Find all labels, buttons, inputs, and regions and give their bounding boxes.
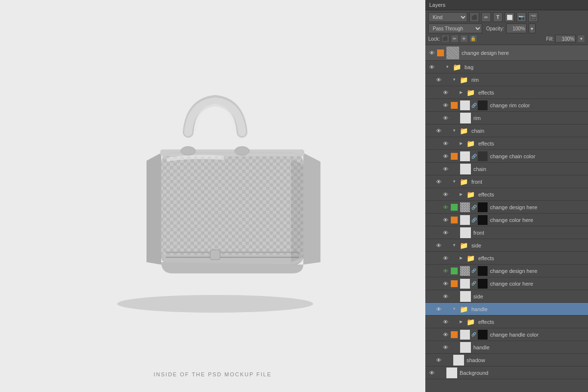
layer-front-folder[interactable]: 👁 ▼ 📁 front xyxy=(425,175,588,188)
expand-21[interactable]: ▶ xyxy=(459,319,464,324)
expand-1[interactable]: ▼ xyxy=(445,65,450,70)
layer-name-2: rim xyxy=(471,77,586,83)
lock-paint-btn[interactable]: ✏ xyxy=(451,35,459,43)
eye-12[interactable]: 👁 xyxy=(441,203,450,212)
thumb-18b xyxy=(478,279,488,289)
eye-7[interactable]: 👁 xyxy=(441,139,450,148)
layer-name-19: side xyxy=(473,294,586,299)
layer-side-color[interactable]: 👁 🔗 change color here xyxy=(425,277,588,290)
expand-11[interactable]: ▶ xyxy=(459,192,464,197)
layer-chain-folder[interactable]: 👁 ▼ 📁 chain xyxy=(425,124,588,137)
eye-9[interactable]: 👁 xyxy=(441,165,450,173)
layer-rim-effects[interactable]: 👁 ▶ 📁 effects xyxy=(425,86,588,99)
filter-text-icon[interactable]: T xyxy=(493,12,503,22)
layer-front-layer[interactable]: 👁 front xyxy=(425,226,588,239)
eye-18[interactable]: 👁 xyxy=(441,279,450,288)
layer-name-1: bag xyxy=(465,64,586,70)
layer-front-effects[interactable]: 👁 ▶ 📁 effects xyxy=(425,188,588,201)
expand-6[interactable]: ▼ xyxy=(452,128,457,133)
layer-background[interactable]: 👁 Background xyxy=(425,367,588,379)
eye-5[interactable]: 👁 xyxy=(441,114,450,122)
layer-chain-layer[interactable]: 👁 chain xyxy=(425,163,588,175)
filter-smart-icon[interactable]: 📷 xyxy=(516,12,526,22)
lock-all-btn[interactable]: 🔒 xyxy=(469,35,477,43)
layer-change-handle-color[interactable]: 👁 🔗 change handle color xyxy=(425,328,588,341)
expand-7[interactable]: ▶ xyxy=(459,141,464,146)
expand-10[interactable]: ▼ xyxy=(452,179,457,184)
filter-shape-icon[interactable]: ⬜ xyxy=(505,12,514,22)
layer-chain-effects[interactable]: 👁 ▶ 📁 effects xyxy=(425,137,588,150)
layer-change-chain-color[interactable]: 👁 🔗 change chain color xyxy=(425,150,588,163)
bag-mockup xyxy=(71,74,355,318)
thumb-2: 📁 xyxy=(458,74,469,85)
color-indicator-18 xyxy=(451,280,458,287)
eye-16[interactable]: 👁 xyxy=(441,254,450,263)
eye-21[interactable]: 👁 xyxy=(441,318,450,326)
color-indicator-17 xyxy=(451,268,458,274)
blend-mode-select[interactable]: Pass Through xyxy=(428,24,482,33)
expand-15[interactable]: ▼ xyxy=(452,243,457,248)
eye-4[interactable]: 👁 xyxy=(441,101,450,110)
expand-3[interactable]: ▶ xyxy=(459,90,464,95)
color-indicator-0 xyxy=(437,49,444,56)
filter-video-icon[interactable]: 🎬 xyxy=(528,12,538,22)
eye-2[interactable]: 👁 xyxy=(434,75,443,84)
eye-24[interactable]: 👁 xyxy=(434,356,443,365)
opacity-arrow[interactable]: ▾ xyxy=(529,24,536,33)
color-indicator-15 xyxy=(444,242,451,249)
layer-handle-folder[interactable]: 👁 ▼ 📁 handle xyxy=(425,303,588,316)
layer-bag[interactable]: 👁 ▼ 📁 bag xyxy=(425,61,588,74)
eye-17[interactable]: 👁 xyxy=(441,267,450,275)
expand-16[interactable]: ▶ xyxy=(459,256,464,261)
layer-side-layer[interactable]: 👁 side xyxy=(425,290,588,303)
eye-20[interactable]: 👁 xyxy=(434,305,443,314)
link-17: 🔗 xyxy=(471,266,476,276)
eye-0[interactable]: 👁 xyxy=(427,49,436,57)
lock-move-btn[interactable]: ✛ xyxy=(460,35,468,43)
lock-pixel-btn[interactable]: ⬛ xyxy=(441,35,449,43)
eye-14[interactable]: 👁 xyxy=(441,228,450,237)
layer-handle-layer[interactable]: 👁 handle xyxy=(425,341,588,354)
kind-select[interactable]: Kind xyxy=(428,12,467,22)
eye-3[interactable]: 👁 xyxy=(441,88,450,97)
eye-8[interactable]: 👁 xyxy=(441,152,450,161)
eye-25[interactable]: 👁 xyxy=(427,368,436,377)
fill-arrow[interactable]: ▾ xyxy=(577,35,585,43)
expand-2[interactable]: ▼ xyxy=(452,77,457,82)
layer-shadow[interactable]: 👁 shadow xyxy=(425,354,588,367)
eye-15[interactable]: 👁 xyxy=(434,241,443,250)
layer-name-3: effects xyxy=(478,90,586,96)
eye-1[interactable]: 👁 xyxy=(427,63,436,72)
fill-input[interactable] xyxy=(555,35,576,43)
svg-point-12 xyxy=(235,147,249,155)
filter-adjust-icon[interactable]: ✏ xyxy=(481,12,491,22)
eye-11[interactable]: 👁 xyxy=(441,190,450,199)
layer-front-color[interactable]: 👁 🔗 change color here xyxy=(425,214,588,226)
layer-side-folder[interactable]: 👁 ▼ 📁 side xyxy=(425,239,588,252)
eye-22[interactable]: 👁 xyxy=(441,330,450,339)
layer-front-design[interactable]: 👁 🔗 change design here xyxy=(425,201,588,214)
link-22: 🔗 xyxy=(471,329,476,340)
layers-list[interactable]: 👁 change design here 👁 ▼ 📁 bag 👁 ▼ 📁 rim… xyxy=(425,45,588,392)
fill-label: Fill: xyxy=(546,36,554,42)
layer-change-design-top[interactable]: 👁 change design here xyxy=(425,45,588,61)
thumb-16: 📁 xyxy=(465,253,476,264)
layer-name-15: side xyxy=(471,243,586,248)
eye-13[interactable]: 👁 xyxy=(441,216,450,224)
layer-change-rim-color[interactable]: 👁 🔗 change rim color xyxy=(425,99,588,112)
layer-handle-effects[interactable]: 👁 ▶ 📁 effects xyxy=(425,316,588,328)
layer-side-design[interactable]: 👁 🔗 change design here xyxy=(425,265,588,277)
eye-10[interactable]: 👁 xyxy=(434,177,443,186)
thumb-12a xyxy=(460,202,470,212)
layer-side-effects[interactable]: 👁 ▶ 📁 effects xyxy=(425,252,588,265)
expand-20[interactable]: ▼ xyxy=(452,307,457,312)
eye-19[interactable]: 👁 xyxy=(441,292,450,301)
filter-pixel-icon[interactable]: ⬛ xyxy=(469,12,479,22)
layer-rim-layer[interactable]: 👁 rim xyxy=(425,112,588,124)
opacity-input[interactable] xyxy=(506,24,527,33)
eye-6[interactable]: 👁 xyxy=(434,126,443,135)
layer-rim-folder[interactable]: 👁 ▼ 📁 rim xyxy=(425,74,588,86)
layer-name-8: change chain color xyxy=(490,153,586,159)
color-indicator-12 xyxy=(451,204,458,211)
eye-23[interactable]: 👁 xyxy=(441,343,450,352)
